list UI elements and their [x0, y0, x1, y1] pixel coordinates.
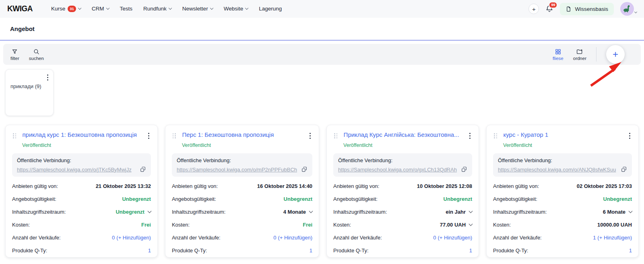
- sales-value: 0(+ Hinzufügen): [112, 235, 151, 241]
- nav-item-tests[interactable]: Tests: [120, 6, 133, 12]
- add-sales-link[interactable]: (+ Hinzufügen): [278, 235, 312, 241]
- status-badge: Veröffentlicht: [22, 142, 151, 148]
- account-menu[interactable]: [620, 2, 637, 16]
- copy-icon: [621, 166, 627, 173]
- public-link-url[interactable]: https://Sampleschool.kwiga.com/o/mP2nPPF…: [177, 167, 297, 173]
- offer-title[interactable]: Перс 1: Безкоштовна пропозиція: [182, 131, 305, 138]
- nav-item-rundfunk[interactable]: Rundfunk: [143, 6, 171, 12]
- avatar: [620, 2, 634, 16]
- offer-title[interactable]: курс - Куратор 1: [504, 131, 624, 138]
- search-icon: [33, 48, 40, 55]
- cost-dropdown[interactable]: 77.00 UAH: [440, 222, 472, 228]
- nav-label: CRM: [92, 6, 104, 12]
- sales-value: 0(+ Hinzufügen): [433, 235, 472, 241]
- products-qty-value: 1: [469, 248, 472, 254]
- content-access-dropdown[interactable]: ein Jahr: [446, 209, 472, 215]
- products-qty-value: 1: [629, 248, 632, 254]
- notifications-button[interactable]: 99: [545, 5, 553, 13]
- chevron-down-icon: [309, 209, 313, 213]
- nav-label: Newsletter: [182, 6, 208, 12]
- add-folder-button[interactable]: ordner: [573, 48, 586, 61]
- nav-item-crm[interactable]: CRM: [92, 6, 109, 12]
- drag-handle-icon[interactable]: [334, 133, 338, 138]
- create-offer-button[interactable]: +: [606, 45, 625, 64]
- field-label: Angebotsgültigkeit:: [333, 196, 378, 202]
- plus-icon: +: [532, 6, 536, 12]
- public-link-url[interactable]: https://Sampleschool.kwiga.com/o/gxLCh13…: [338, 167, 457, 173]
- knowledge-base-label: Wissensbasis: [575, 6, 608, 12]
- field-label: Kosten:: [172, 222, 190, 228]
- filter-icon: [11, 48, 18, 55]
- offer-validity-value: Unbegrenzt: [122, 196, 151, 202]
- copy-link-button[interactable]: [461, 166, 467, 173]
- search-button[interactable]: suchen: [29, 48, 44, 61]
- nav-item-website[interactable]: Website: [224, 6, 248, 12]
- status-badge: Veröffentlicht: [343, 142, 472, 148]
- offer-menu-button[interactable]: [627, 131, 632, 140]
- sales-count: 1: [593, 235, 596, 241]
- offer-menu-button[interactable]: [468, 131, 472, 140]
- public-link-label: Öffentliche Verbindung:: [17, 157, 146, 163]
- public-link-url[interactable]: https://Sampleschool.kwiga.com/o/ANJQ8sf…: [498, 167, 617, 173]
- field-label: Produkte Q-Ty:: [12, 248, 47, 254]
- add-sales-link[interactable]: (+ Hinzufügen): [116, 235, 151, 241]
- kurse-count-badge: 31: [68, 6, 76, 12]
- dinosaur-icon: [622, 4, 632, 14]
- filter-button[interactable]: filter: [10, 48, 19, 61]
- field-label: Anzahl der Verkäufe:: [12, 235, 61, 241]
- valid-from-value: 02 Oktober 2025 17:03: [577, 183, 632, 189]
- nav-label: Lagerung: [259, 6, 282, 12]
- status-badge: Veröffentlicht: [503, 142, 632, 148]
- folder-menu-button[interactable]: [45, 73, 50, 82]
- field-label: Anbieten gültig von:: [333, 183, 379, 189]
- drag-handle-icon[interactable]: [13, 133, 17, 138]
- offer-title[interactable]: приклад курс 1: Безкоштовна пропозиція: [23, 131, 143, 138]
- nav-label: Website: [224, 6, 244, 12]
- main-nav: Kurse 31 CRM Tests Rundfunk Newsletter W…: [51, 6, 282, 12]
- content-access-dropdown[interactable]: Unbegrenzt: [116, 209, 151, 215]
- drag-handle-icon[interactable]: [173, 133, 176, 138]
- copy-link-button[interactable]: [140, 166, 146, 173]
- view-tiles-button[interactable]: fliese: [553, 48, 564, 61]
- chevron-down-icon: [469, 222, 473, 226]
- toolbar-divider: [596, 47, 597, 62]
- cost-value: Frei: [141, 222, 151, 228]
- field-label: Inhaltszugriffszeitraum:: [333, 209, 387, 215]
- add-sales-link[interactable]: (+ Hinzufügen): [438, 235, 472, 241]
- content-access-dropdown[interactable]: 6 Monate: [603, 209, 632, 215]
- field-label: Anzahl der Verkäufe:: [333, 235, 382, 241]
- copy-icon: [461, 166, 467, 173]
- chevron-down-icon: [210, 6, 213, 10]
- nav-item-newsletter[interactable]: Newsletter: [182, 6, 213, 12]
- field-label: Anbieten gültig von:: [493, 183, 539, 189]
- nav-item-kurse[interactable]: Kurse 31: [51, 6, 81, 12]
- quick-add-button[interactable]: +: [528, 4, 539, 14]
- content-access-dropdown[interactable]: 4 Monate: [283, 209, 312, 215]
- chevron-down-icon: [169, 6, 172, 10]
- chevron-down-icon: [78, 6, 81, 10]
- nav-item-lagerung[interactable]: Lagerung: [259, 6, 282, 12]
- offer-menu-button[interactable]: [147, 131, 151, 140]
- copy-link-button[interactable]: [301, 166, 308, 173]
- public-link-box: Öffentliche Verbindung: https://Samplesc…: [172, 153, 312, 177]
- chevron-down-icon: [469, 209, 473, 213]
- copy-link-button[interactable]: [621, 166, 627, 173]
- folder-card[interactable]: приклади (9): [5, 69, 54, 116]
- knowledge-base-button[interactable]: Wissensbasis: [560, 3, 614, 15]
- page-header: Angebot: [0, 18, 644, 41]
- public-link-url[interactable]: https://Sampleschool.kwiga.com/o/jTKc5By…: [17, 167, 136, 173]
- offer-title[interactable]: Приклад Курс Англійська: Безкоштовна...: [344, 131, 464, 138]
- add-sales-link[interactable]: (+ Hinzufügen): [597, 235, 632, 241]
- offers-toolbar: filter suchen fliese ordner +: [3, 44, 641, 65]
- public-link-box: Öffentliche Verbindung: https://Samplesc…: [493, 153, 632, 177]
- copy-icon: [301, 166, 308, 173]
- grid-icon: [555, 48, 561, 55]
- public-link-box: Öffentliche Verbindung: https://Samplesc…: [333, 153, 472, 177]
- valid-from-value: 16 Oktober 2025 14:40: [257, 183, 312, 189]
- offers-content: приклади (9) приклад курс 1: Безкоштовна…: [0, 65, 644, 258]
- public-link-label: Öffentliche Verbindung:: [498, 157, 627, 163]
- chevron-down-icon: [629, 209, 633, 213]
- offer-validity-value: Unbegrenzt: [444, 196, 473, 202]
- drag-handle-icon[interactable]: [494, 133, 497, 138]
- offer-menu-button[interactable]: [308, 131, 312, 140]
